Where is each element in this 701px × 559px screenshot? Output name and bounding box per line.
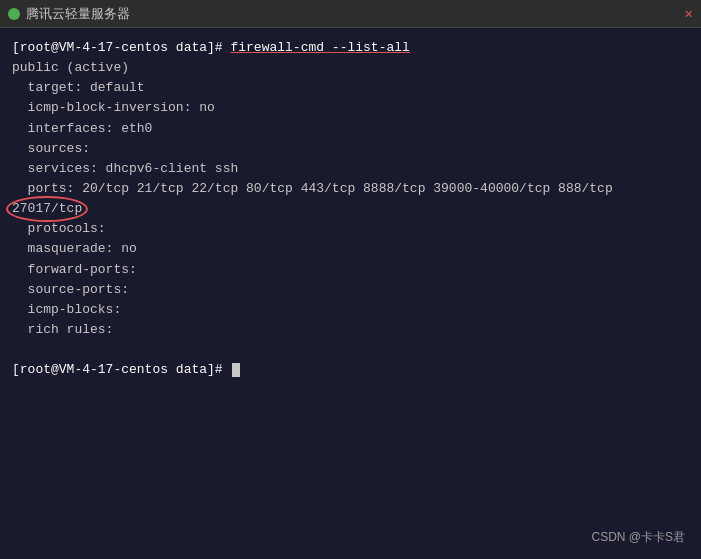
line-interfaces: interfaces: eth0 [12, 119, 689, 139]
line-protocols: protocols: [12, 219, 689, 239]
command-line: [root@VM-4-17-centos data]# firewall-cmd… [12, 38, 689, 58]
circle-decoration [6, 196, 88, 222]
final-prompt-line: [root@VM-4-17-centos data]# [12, 360, 689, 380]
line-icmp-block: icmp-block-inversion: no [12, 98, 689, 118]
title-text: 腾讯云轻量服务器 [26, 5, 679, 23]
line-services: services: dhcpv6-client ssh [12, 159, 689, 179]
line-icmp-blocks: icmp-blocks: [12, 300, 689, 320]
line-masquerade: masquerade: no [12, 239, 689, 259]
line-ports: ports: 20/tcp 21/tcp 22/tcp 80/tcp 443/t… [12, 179, 689, 199]
line-source-ports: source-ports: [12, 280, 689, 300]
line-rich-rules: rich rules: [12, 320, 689, 340]
line-target: target: default [12, 78, 689, 98]
cursor [232, 363, 240, 377]
command: firewall-cmd --list-all [230, 40, 409, 55]
watermark: CSDN @卡卡S君 [591, 528, 685, 547]
terminal: [root@VM-4-17-centos data]# firewall-cmd… [0, 28, 701, 559]
title-dot-green [8, 8, 20, 20]
prompt: [root@VM-4-17-centos data]# [12, 40, 230, 55]
title-bar: 腾讯云轻量服务器 ✕ [0, 0, 701, 28]
line-public: public (active) [12, 58, 689, 78]
circled-port: 27017/tcp [12, 199, 82, 219]
line-27017: 27017/tcp [12, 199, 689, 219]
final-prompt: [root@VM-4-17-centos data]# [12, 362, 230, 377]
line-blank [12, 340, 689, 360]
line-forward: forward-ports: [12, 260, 689, 280]
line-sources: sources: [12, 139, 689, 159]
close-icon[interactable]: ✕ [685, 5, 693, 22]
